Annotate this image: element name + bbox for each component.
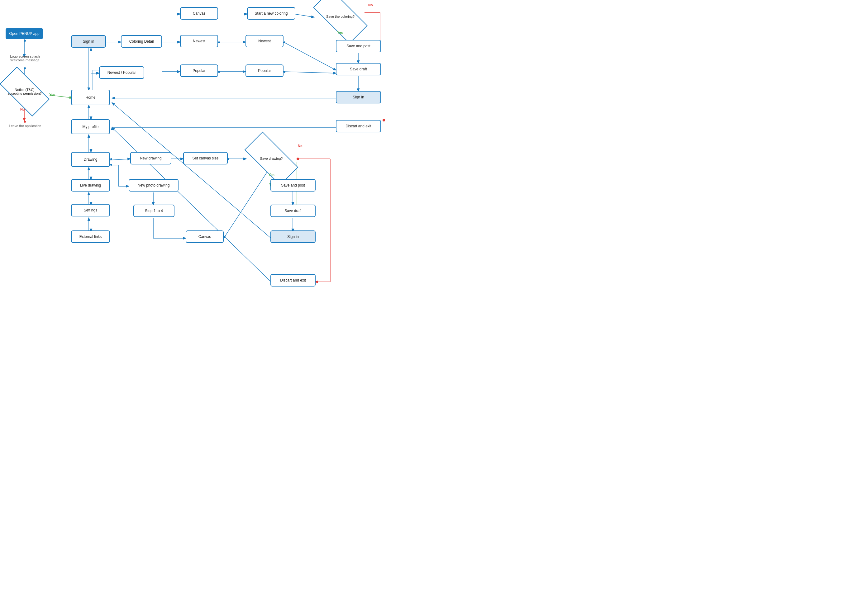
open-penup-button[interactable]: Open PENUP app xyxy=(6,28,43,39)
set-canvas-size-node[interactable]: Set canvas size xyxy=(183,152,228,164)
drawing-yes-label: Yes xyxy=(269,173,275,177)
popular-right-node[interactable]: Popular xyxy=(246,64,284,77)
svg-line-30 xyxy=(284,71,336,73)
dot-popular-right-in xyxy=(218,71,220,73)
drawing-no-label: No xyxy=(298,144,302,148)
diamond-shape-coloring xyxy=(313,0,367,44)
external-links-node[interactable]: External links xyxy=(71,231,110,243)
coloring-yes-label: Yes xyxy=(337,30,343,34)
save-coloring-diamond: Save the coloring? xyxy=(315,4,366,29)
dot-newest-right-in xyxy=(218,41,220,43)
home-node[interactable]: Home xyxy=(71,90,110,105)
newest-popular-node[interactable]: Newest / Popular xyxy=(99,66,144,79)
start-new-coloring-node[interactable]: Start a new coloring xyxy=(247,7,295,20)
sign-in-right-top-node[interactable]: Sign in xyxy=(336,91,381,103)
save-drawing-label: Save drawing? xyxy=(260,156,284,161)
notice-diamond: Notice (T&C)accepting permission? xyxy=(2,79,48,104)
svg-line-17 xyxy=(294,14,314,17)
save-post-top-node[interactable]: Save and post xyxy=(336,40,381,52)
svg-line-29 xyxy=(284,42,336,70)
dot-drawing-photo xyxy=(110,164,112,166)
newest-top-node[interactable]: Newest xyxy=(180,35,218,47)
notice-yes-label: Yes xyxy=(49,93,55,97)
connector-dot xyxy=(24,40,26,42)
svg-line-50 xyxy=(224,165,272,238)
save-drawing-diamond: Save drawing? xyxy=(246,146,297,171)
my-profile-node[interactable]: My profile xyxy=(71,119,110,134)
discard-exit-top-node[interactable]: Discart and exit xyxy=(336,120,381,132)
dot-newest-right-out xyxy=(284,41,285,43)
red-dot-top xyxy=(382,119,385,121)
save-coloring-label: Save the coloring? xyxy=(326,14,355,19)
svg-line-41 xyxy=(110,159,130,160)
notice-diamond-label: Notice (T&C)accepting permission? xyxy=(7,87,42,96)
canvas-top-node[interactable]: Canvas xyxy=(180,7,218,20)
logo-screen-text: Logo screen splashWelcome message xyxy=(3,55,47,62)
save-draft-top-node[interactable]: Save draft xyxy=(336,63,381,75)
flowchart-canvas: Open PENUP app Logo screen splashWelcome… xyxy=(0,0,426,308)
new-drawing-node[interactable]: New drawing xyxy=(130,152,172,164)
coloring-detail-node[interactable]: Coloring Detail xyxy=(121,35,162,48)
settings-node[interactable]: Settings xyxy=(71,204,110,217)
dot-drawing-new xyxy=(110,158,112,160)
connector-dot-no xyxy=(24,121,26,123)
stop-1-to-4-node[interactable]: Stop 1 to 4 xyxy=(134,205,175,217)
notice-no-label: No xyxy=(20,108,25,111)
canvas-bottom-dot xyxy=(224,236,226,238)
connector-dot2 xyxy=(24,67,26,69)
canvas-bottom-node[interactable]: Canvas xyxy=(186,231,224,243)
live-drawing-node[interactable]: Live drawing xyxy=(71,179,110,191)
newest-right-node[interactable]: Newest xyxy=(246,35,284,47)
coloring-no-label: No xyxy=(368,3,373,7)
dot-popular-right-out xyxy=(284,71,285,73)
dot-canvas-size xyxy=(228,158,229,160)
leave-app-text: Leave the application xyxy=(3,124,48,128)
save-post-bottom-node[interactable]: Save and post xyxy=(270,179,316,191)
sign-in-bottom-node[interactable]: Sign in xyxy=(270,231,316,243)
sign-in-top-node[interactable]: Sign in xyxy=(71,35,106,48)
popular-top-node[interactable]: Popular xyxy=(180,64,218,77)
save-draft-bottom-node[interactable]: Save draft xyxy=(270,205,316,217)
discard-exit-bottom-node[interactable]: Discart and exit xyxy=(270,274,316,287)
drawing-node[interactable]: Drawing xyxy=(71,152,110,167)
red-dot-drawing xyxy=(297,158,299,160)
new-photo-drawing-node[interactable]: New photo drawing xyxy=(129,179,179,191)
